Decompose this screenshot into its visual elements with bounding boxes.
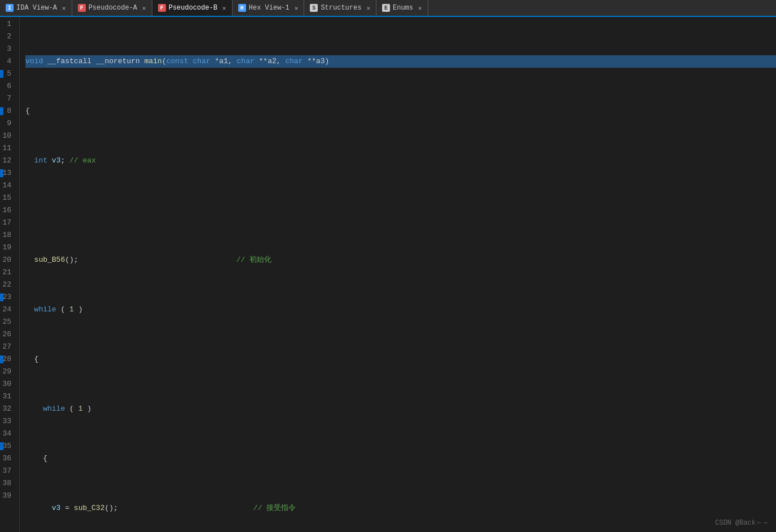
line-num-7: 7 [0, 93, 15, 105]
code-line-9: { [25, 452, 776, 465]
code-area: 1 2 3 4 5 6 7 8 9 10 11 12 13 14 15 16 1… [0, 17, 776, 532]
tab-hex-view-1[interactable]: H Hex View-1 ✕ [233, 0, 305, 16]
line-num-27: 27 [0, 341, 15, 353]
tab-pseudocode-b[interactable]: F Pseudocode-B ✕ [152, 0, 233, 16]
line-num-30: 30 [0, 378, 15, 390]
line-num-9: 9 [0, 117, 15, 130]
code-line-7: { [25, 353, 776, 366]
code-line-4 [25, 204, 776, 217]
line-num-26: 26 [0, 328, 15, 341]
line-num-20: 20 [0, 254, 15, 266]
line-num-19: 19 [0, 241, 15, 254]
tab-struct-label: Structures [321, 4, 361, 12]
line-num-5: 5 [0, 68, 15, 80]
pseudo-a-icon: F [78, 4, 86, 12]
line-num-13: 13 [0, 167, 15, 179]
line-num-15: 15 [0, 192, 15, 204]
code-line-1: void __fastcall __noreturn main(const ch… [25, 55, 776, 68]
line-num-38: 38 [0, 477, 15, 490]
tab-enums-close[interactable]: ✕ [418, 5, 422, 12]
tab-structures[interactable]: S Structures ✕ [304, 0, 376, 16]
tab-pseudocode-a[interactable]: F Pseudocode-A ✕ [72, 0, 152, 16]
line-num-32: 32 [0, 403, 15, 415]
tab-pseudo-a-close[interactable]: ✕ [142, 5, 146, 12]
line-num-10: 10 [0, 130, 15, 142]
tab-pseudo-a-label: Pseudocode-A [89, 4, 137, 12]
pseudo-b-icon: F [158, 4, 166, 12]
tab-struct-close[interactable]: ✕ [366, 5, 370, 12]
line-num-6: 6 [0, 80, 15, 93]
tab-hex-close[interactable]: ✕ [295, 5, 299, 12]
line-num-39: 39 [0, 490, 15, 502]
line-num-34: 34 [0, 428, 15, 440]
hex-icon: H [238, 4, 246, 12]
tab-ida-close[interactable]: ✕ [62, 5, 66, 12]
code-line-5: sub_B56();// 初始化 [25, 254, 776, 266]
code-line-3: int v3; // eax [25, 155, 776, 167]
line-num-25: 25 [0, 316, 15, 328]
ida-icon: I [6, 4, 14, 12]
tab-enums-label: Enums [393, 4, 413, 12]
line-num-22: 22 [0, 279, 15, 291]
code-lines: void __fastcall __noreturn main(const ch… [20, 17, 776, 532]
tab-ida-label: IDA View-A [16, 4, 57, 12]
line-num-24: 24 [0, 304, 15, 316]
line-num-17: 17 [0, 217, 15, 229]
line-num-33: 33 [0, 415, 15, 428]
line-num-23: 23 [0, 291, 15, 304]
line-numbers: 1 2 3 4 5 6 7 8 9 10 11 12 13 14 15 16 1… [0, 17, 20, 532]
line-num-37: 37 [0, 465, 15, 477]
struct-icon: S [310, 4, 318, 12]
code-line-2: { [25, 105, 776, 117]
line-num-35: 35 [0, 440, 15, 452]
line-num-8: 8 [0, 105, 15, 117]
line-num-21: 21 [0, 266, 15, 279]
line-num-31: 31 [0, 390, 15, 403]
tab-ida-view-a[interactable]: I IDA View-A ✕ [0, 0, 72, 16]
code-line-6: while ( 1 ) [25, 304, 776, 316]
tab-hex-label: Hex View-1 [249, 4, 290, 12]
line-num-3: 3 [0, 43, 15, 55]
tab-bar: I IDA View-A ✕ F Pseudocode-A ✕ F Pseudo… [0, 0, 776, 17]
line-num-2: 2 [0, 30, 15, 43]
line-num-16: 16 [0, 204, 15, 217]
line-num-36: 36 [0, 452, 15, 465]
code-line-8: while ( 1 ) [25, 403, 776, 415]
code-line-10: v3 = sub_C32();// 接受指令 [25, 502, 776, 515]
watermark: CSDN @Back～～ [715, 518, 769, 527]
tab-pseudo-b-label: Pseudocode-B [169, 4, 217, 12]
line-num-18: 18 [0, 229, 15, 241]
line-num-14: 14 [0, 179, 15, 192]
line-num-28: 28 [0, 353, 15, 366]
line-num-4: 4 [0, 55, 15, 68]
tab-pseudo-b-close[interactable]: ✕ [222, 5, 226, 12]
line-num-29: 29 [0, 366, 15, 378]
line-num-1: 1 [0, 18, 15, 30]
line-num-12: 12 [0, 155, 15, 167]
tab-enums[interactable]: E Enums ✕ [376, 0, 428, 16]
enum-icon: E [382, 4, 390, 12]
line-num-11: 11 [0, 142, 15, 155]
